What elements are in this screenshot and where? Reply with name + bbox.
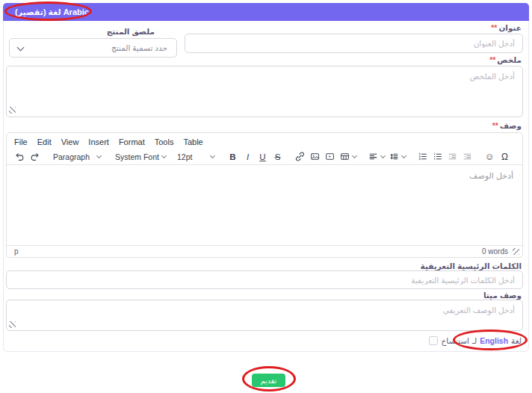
element-path[interactable]: p xyxy=(14,247,19,256)
italic-icon[interactable]: I xyxy=(241,149,255,164)
bold-icon[interactable]: B xyxy=(226,149,240,164)
product-label-select[interactable]: حدد تسمية المنتج xyxy=(9,38,177,58)
card-header: Arabic لغة (تقصير) xyxy=(3,3,529,21)
special-character-icon[interactable]: Ω xyxy=(498,149,512,164)
editor-content-area[interactable]: أدخل الوصف xyxy=(7,165,522,245)
fontsize-select[interactable]: 12pt xyxy=(174,149,217,164)
clear-formatting-icon[interactable] xyxy=(520,149,522,164)
align-icon[interactable] xyxy=(366,149,386,164)
title-label: عنوان** xyxy=(491,23,522,32)
font-select[interactable]: System Font xyxy=(112,149,166,164)
chevron-down-icon xyxy=(161,153,167,158)
link-icon[interactable] xyxy=(293,149,307,164)
outdent-icon[interactable] xyxy=(460,149,474,164)
clone-language-name: English xyxy=(480,336,508,345)
word-count: 0 words xyxy=(482,247,508,256)
editor-menubar: File Edit View Insert Format Tools Table xyxy=(14,135,203,149)
submit-button[interactable]: تقديم xyxy=(252,374,285,387)
meta-description-resize-handle[interactable] xyxy=(9,321,16,328)
menu-file[interactable]: File xyxy=(14,137,28,146)
chevron-down-icon xyxy=(96,153,102,158)
meta-description-label: وصف ميتا xyxy=(483,291,522,300)
chevron-down-icon xyxy=(17,43,25,51)
chevron-down-icon xyxy=(380,153,385,158)
line-height-icon[interactable] xyxy=(387,149,407,164)
page: Arabic لغة (تقصير) عنوان** ملصق المنتج ح… xyxy=(0,0,532,393)
meta-description-textarea[interactable] xyxy=(6,300,523,331)
meta-keywords-input[interactable] xyxy=(6,270,523,289)
product-label-label: ملصق المنتج xyxy=(9,27,177,36)
summary-label: ملخص** xyxy=(489,55,522,64)
editor-statusbar: p 0 words xyxy=(7,245,522,257)
clone-label-word: استنساخ xyxy=(441,336,468,345)
menu-table[interactable]: Table xyxy=(183,137,202,146)
clone-label-word: لـ xyxy=(472,336,477,345)
menu-format[interactable]: Format xyxy=(119,137,145,146)
image-icon[interactable] xyxy=(308,149,322,164)
summary-resize-handle[interactable] xyxy=(9,107,16,114)
media-icon[interactable] xyxy=(323,149,337,164)
table-icon[interactable] xyxy=(338,149,358,164)
menu-tools[interactable]: Tools xyxy=(155,137,174,146)
clone-checkbox[interactable] xyxy=(429,336,438,345)
redo-icon[interactable] xyxy=(28,149,42,164)
clone-language-row: استنساخ لـ English لغة xyxy=(427,335,522,347)
page-title: Arabic لغة (تقصير) xyxy=(15,7,89,17)
block-select[interactable]: Paragraph xyxy=(50,149,104,164)
chevron-down-icon xyxy=(351,153,356,158)
emoticons-icon[interactable]: ☺ xyxy=(483,149,497,164)
editor-resize-handle[interactable] xyxy=(513,248,519,255)
description-placeholder: أدخل الوصف xyxy=(469,171,513,181)
underline-icon[interactable]: U xyxy=(256,149,270,164)
chevron-down-icon xyxy=(400,153,406,158)
meta-keywords-label: الكلمات الرئيسية التعريفية xyxy=(421,262,522,270)
editor-toolbar: Paragraph System Font 12pt B I U S xyxy=(7,149,522,165)
unordered-list-icon[interactable] xyxy=(430,149,445,164)
undo-icon[interactable] xyxy=(13,149,27,164)
ordered-list-icon[interactable] xyxy=(415,149,430,164)
chevron-down-icon xyxy=(210,153,215,158)
clone-label-word: لغة xyxy=(511,336,522,345)
menu-view[interactable]: View xyxy=(61,137,79,146)
menu-edit[interactable]: Edit xyxy=(37,137,52,146)
title-input[interactable] xyxy=(185,34,523,53)
product-label-selected: حدد تسمية المنتج xyxy=(111,43,167,52)
rich-text-editor: File Edit View Insert Format Tools Table… xyxy=(6,132,523,258)
description-label: وصف** xyxy=(492,121,522,130)
strikethrough-icon[interactable]: S xyxy=(270,149,285,164)
menu-insert[interactable]: Insert xyxy=(88,137,109,146)
indent-icon[interactable] xyxy=(445,149,460,164)
summary-textarea[interactable] xyxy=(6,66,523,117)
